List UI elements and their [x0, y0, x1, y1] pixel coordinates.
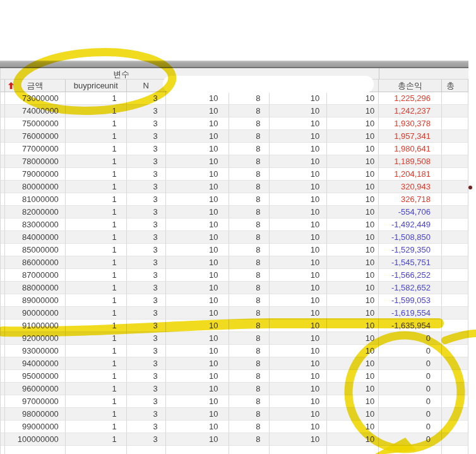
- cell-total-cut[interactable]: [442, 206, 468, 218]
- cell-buypriceunit[interactable]: 1: [66, 155, 127, 168]
- cell-param4[interactable]: 10: [166, 282, 229, 294]
- cell-total-cut[interactable]: [442, 408, 468, 421]
- cell-buypriceunit[interactable]: 1: [66, 206, 127, 218]
- cell-amount[interactable]: 89000000: [5, 294, 66, 307]
- cell-total-pl[interactable]: 0: [379, 408, 442, 421]
- cell-buypriceunit[interactable]: 1: [66, 143, 127, 155]
- cell-param6[interactable]: 10: [270, 357, 327, 370]
- cell-amount[interactable]: 100000000: [5, 433, 66, 446]
- cell-amount[interactable]: 83000000: [5, 218, 66, 231]
- cell-total-pl[interactable]: -1,492,449: [379, 218, 442, 231]
- cell-buypriceunit[interactable]: 1: [66, 395, 127, 408]
- cell-n[interactable]: 3: [127, 320, 166, 332]
- row-gutter[interactable]: [1, 117, 5, 130]
- cell-buypriceunit[interactable]: 1: [66, 256, 127, 269]
- cell-buypriceunit[interactable]: 1: [66, 282, 127, 294]
- cell-param5[interactable]: 8: [229, 256, 270, 269]
- cell-param4[interactable]: 10: [166, 256, 229, 269]
- cell-total-pl[interactable]: 0: [379, 433, 442, 446]
- row-gutter[interactable]: [1, 256, 5, 269]
- empty-cell[interactable]: [270, 446, 327, 454]
- cell-total-cut[interactable]: [442, 181, 468, 193]
- cell-param4[interactable]: 10: [166, 383, 229, 395]
- cell-param7[interactable]: 10: [327, 155, 379, 168]
- cell-param4[interactable]: 10: [166, 345, 229, 357]
- cell-amount[interactable]: 77000000: [5, 143, 66, 155]
- cell-param4[interactable]: 10: [166, 143, 229, 155]
- cell-param4[interactable]: 10: [166, 168, 229, 181]
- cell-n[interactable]: 3: [127, 282, 166, 294]
- row-gutter[interactable]: [1, 206, 5, 218]
- cell-total-cut[interactable]: [442, 244, 468, 256]
- cell-amount[interactable]: 90000000: [5, 307, 66, 320]
- cell-buypriceunit[interactable]: 1: [66, 181, 127, 193]
- cell-param5[interactable]: 8: [229, 307, 270, 320]
- cell-param4[interactable]: 10: [166, 269, 229, 282]
- cell-amount[interactable]: 87000000: [5, 269, 66, 282]
- cell-total-cut[interactable]: [442, 193, 468, 206]
- cell-amount[interactable]: 82000000: [5, 206, 66, 218]
- cell-total-pl[interactable]: 1,225,296: [379, 92, 442, 105]
- cell-param6[interactable]: 10: [270, 370, 327, 383]
- cell-param4[interactable]: 10: [166, 155, 229, 168]
- cell-param5[interactable]: 8: [229, 231, 270, 244]
- empty-cell[interactable]: [166, 446, 229, 454]
- cell-param6[interactable]: 10: [270, 332, 327, 345]
- cell-param4[interactable]: 10: [166, 206, 229, 218]
- cell-total-pl[interactable]: 326,718: [379, 193, 442, 206]
- cell-param4[interactable]: 10: [166, 105, 229, 117]
- cell-param5[interactable]: 8: [229, 168, 270, 181]
- cell-param5[interactable]: 8: [229, 421, 270, 433]
- cell-param4[interactable]: 10: [166, 433, 229, 446]
- cell-param4[interactable]: 10: [166, 181, 229, 193]
- empty-cell[interactable]: [379, 446, 442, 454]
- cell-amount[interactable]: 73000000: [5, 92, 66, 105]
- empty-cell[interactable]: [5, 446, 66, 454]
- cell-param6[interactable]: 10: [270, 421, 327, 433]
- cell-n[interactable]: 3: [127, 105, 166, 117]
- cell-n[interactable]: 3: [127, 244, 166, 256]
- cell-param5[interactable]: 8: [229, 332, 270, 345]
- cell-n[interactable]: 3: [127, 231, 166, 244]
- cell-param6[interactable]: 10: [270, 218, 327, 231]
- cell-total-cut[interactable]: [442, 307, 468, 320]
- cell-param6[interactable]: 10: [270, 231, 327, 244]
- cell-total-pl[interactable]: -1,582,652: [379, 282, 442, 294]
- cell-param4[interactable]: 10: [166, 307, 229, 320]
- cell-n[interactable]: 3: [127, 130, 166, 143]
- cell-amount[interactable]: 85000000: [5, 244, 66, 256]
- row-gutter[interactable]: [1, 269, 5, 282]
- cell-param5[interactable]: 8: [229, 345, 270, 357]
- cell-total-pl[interactable]: -1,529,350: [379, 244, 442, 256]
- cell-total-pl[interactable]: 1,980,641: [379, 143, 442, 155]
- cell-param6[interactable]: 10: [270, 143, 327, 155]
- cell-n[interactable]: 3: [127, 143, 166, 155]
- cell-total-pl[interactable]: -1,599,053: [379, 294, 442, 307]
- cell-param4[interactable]: 10: [166, 231, 229, 244]
- cell-total-pl[interactable]: 0: [379, 370, 442, 383]
- cell-param5[interactable]: 8: [229, 155, 270, 168]
- cell-param7[interactable]: 10: [327, 256, 379, 269]
- cell-total-cut[interactable]: [442, 231, 468, 244]
- cell-param6[interactable]: 10: [270, 130, 327, 143]
- cell-param5[interactable]: 8: [229, 92, 270, 105]
- cell-param7[interactable]: 10: [327, 231, 379, 244]
- cell-buypriceunit[interactable]: 1: [66, 421, 127, 433]
- cell-n[interactable]: 3: [127, 193, 166, 206]
- cell-param4[interactable]: 10: [166, 244, 229, 256]
- cell-total-pl[interactable]: 1,957,341: [379, 130, 442, 143]
- cell-param4[interactable]: 10: [166, 370, 229, 383]
- cell-param7[interactable]: 10: [327, 143, 379, 155]
- empty-cell[interactable]: [442, 446, 468, 454]
- cell-buypriceunit[interactable]: 1: [66, 105, 127, 117]
- cell-param5[interactable]: 8: [229, 143, 270, 155]
- cell-param7[interactable]: 10: [327, 370, 379, 383]
- cell-param6[interactable]: 10: [270, 345, 327, 357]
- cell-param7[interactable]: 10: [327, 206, 379, 218]
- cell-param5[interactable]: 8: [229, 282, 270, 294]
- cell-param6[interactable]: 10: [270, 117, 327, 130]
- column-header-total-pl[interactable]: 총손익: [379, 80, 442, 92]
- cell-param5[interactable]: 8: [229, 244, 270, 256]
- cell-n[interactable]: 3: [127, 307, 166, 320]
- row-gutter[interactable]: [1, 193, 5, 206]
